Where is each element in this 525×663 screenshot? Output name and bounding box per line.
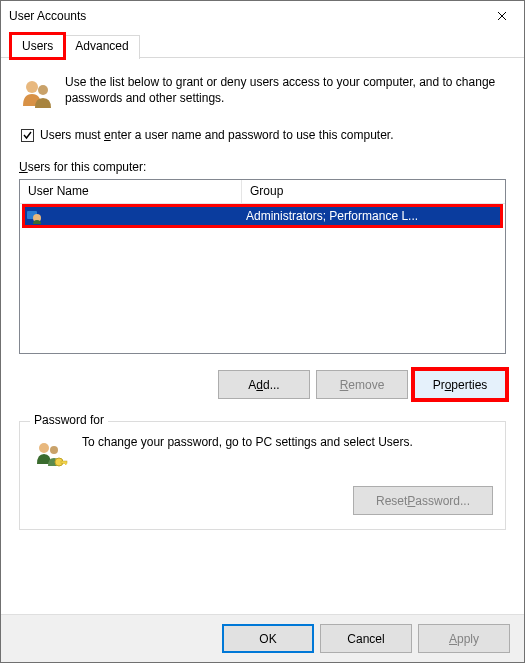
titlebar: User Accounts <box>1 1 524 31</box>
password-button-row: Reset Password... <box>32 486 493 515</box>
tab-content: Use the list below to grant or deny user… <box>1 58 524 530</box>
svg-rect-8 <box>65 463 67 465</box>
tab-users[interactable]: Users <box>11 34 64 58</box>
table-row[interactable]: Administrators; Performance L... <box>24 206 501 226</box>
intro-row: Use the list below to grant or deny user… <box>19 74 506 112</box>
checkbox-label: Users must enter a user name and passwor… <box>40 128 394 142</box>
intro-text: Use the list below to grant or deny user… <box>65 74 506 112</box>
svg-point-0 <box>26 81 38 93</box>
password-legend: Password for <box>30 413 108 427</box>
reset-password-button: Reset Password... <box>353 486 493 515</box>
apply-button: Apply <box>418 624 510 653</box>
key-users-icon <box>32 438 68 474</box>
user-accounts-window: User Accounts Users Advanced Use the lis… <box>0 0 525 663</box>
column-username[interactable]: User Name <box>20 180 242 203</box>
cell-username <box>24 208 242 224</box>
svg-point-5 <box>50 446 58 454</box>
window-title: User Accounts <box>9 9 479 23</box>
password-row: To change your password, go to PC settin… <box>32 434 493 474</box>
listview-header: User Name Group <box>20 180 505 204</box>
svg-point-1 <box>38 85 48 95</box>
svg-point-4 <box>39 443 49 453</box>
remove-button: Remove <box>316 370 408 399</box>
password-fieldset: Password for To change your password, go… <box>19 421 506 530</box>
ok-button[interactable]: OK <box>222 624 314 653</box>
tab-advanced[interactable]: Advanced <box>64 35 139 59</box>
cancel-button[interactable]: Cancel <box>320 624 412 653</box>
dialog-button-bar: OK Cancel Apply <box>1 614 524 662</box>
require-password-checkbox-row[interactable]: Users must enter a user name and passwor… <box>21 128 506 142</box>
users-listview[interactable]: User Name Group Administrators; Performa… <box>19 179 506 354</box>
tab-strip: Users Advanced <box>1 33 524 58</box>
close-button[interactable] <box>479 1 524 31</box>
user-icon <box>26 208 42 224</box>
checkbox-icon <box>21 129 34 142</box>
add-button[interactable]: Add... <box>218 370 310 399</box>
password-text: To change your password, go to PC settin… <box>82 434 413 450</box>
users-icon <box>19 76 55 112</box>
properties-button[interactable]: Properties <box>414 370 506 399</box>
cell-group: Administrators; Performance L... <box>242 209 501 223</box>
column-group[interactable]: Group <box>242 180 505 203</box>
user-buttons-row: Add... Remove Properties <box>19 370 506 399</box>
close-icon <box>497 11 507 21</box>
users-list-label: Users for this computer: <box>19 160 506 174</box>
